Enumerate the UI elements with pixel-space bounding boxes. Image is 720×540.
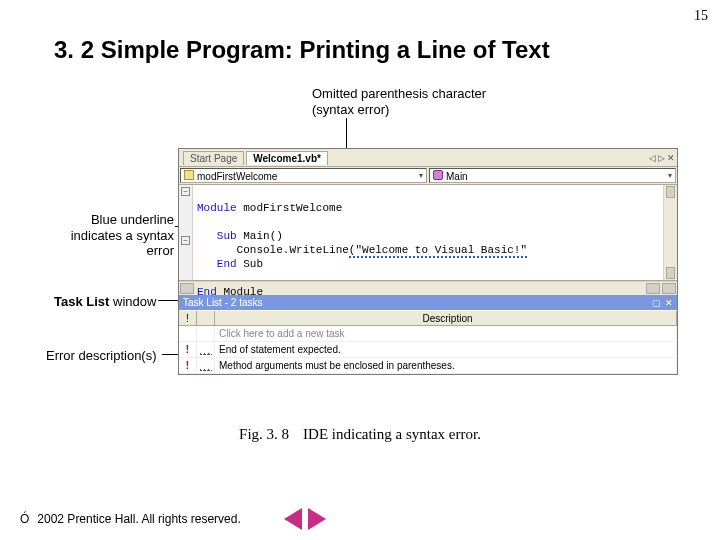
chevron-down-icon: ▾ [668, 171, 672, 180]
annotation-omitted-paren: Omitted parenthesis character (syntax er… [312, 86, 512, 117]
copyright-icon: Ó [20, 512, 29, 526]
page-title: 3. 2 Simple Program: Printing a Line of … [54, 36, 550, 64]
tab-close-icon[interactable]: ✕ [667, 153, 675, 163]
tasklist-close-icon[interactable]: ✕ [665, 298, 673, 308]
scroll-corner [662, 283, 676, 294]
outline-collapse-icon[interactable]: − [181, 236, 190, 245]
object-combo[interactable]: modFirstWelcome ▾ [180, 168, 427, 183]
outline-collapse-icon[interactable]: − [181, 187, 190, 196]
tab-scroll-right-icon[interactable]: ▷ [658, 153, 665, 163]
tab-start-page[interactable]: Start Page [183, 151, 244, 165]
tab-scroll-left-icon[interactable]: ◁ [649, 153, 656, 163]
prev-slide-button[interactable] [284, 508, 302, 530]
annotation-blue-underline: Blue underline indicates a syntax error [64, 212, 174, 259]
footer-copyright: Ó 2002 Prentice Hall. All rights reserve… [20, 512, 241, 526]
module-icon [184, 170, 194, 180]
figure-caption: Fig. 3. 8IDE indicating a syntax error. [0, 426, 720, 443]
syntax-wave-icon [200, 361, 212, 371]
priority-icon: ! [186, 360, 189, 371]
syntax-wave-icon [200, 345, 212, 355]
tasklist-col-description[interactable]: Description [215, 311, 677, 325]
document-tab-bar: Start Page Welcome1.vb* ◁ ▷ ✕ [179, 149, 677, 167]
tasklist-col-check[interactable] [197, 311, 215, 325]
slide-nav [284, 508, 326, 530]
tasklist-error-row[interactable]: ! End of statement expected. [179, 342, 677, 358]
method-combo[interactable]: Main ▾ [429, 168, 676, 183]
code-editor[interactable]: − − Module modFirstWelcome Sub Main() Co… [179, 185, 677, 281]
vertical-scrollbar[interactable] [663, 185, 677, 280]
scroll-left-button[interactable] [180, 283, 194, 294]
code-object-bar: modFirstWelcome ▾ Main ▾ [179, 167, 677, 185]
tasklist-new-task-row[interactable]: Click here to add a new task [179, 326, 677, 342]
tab-welcome1-vb[interactable]: Welcome1.vb* [246, 151, 328, 165]
ide-window: Start Page Welcome1.vb* ◁ ▷ ✕ modFirstWe… [178, 148, 678, 375]
method-icon [433, 170, 443, 180]
outline-gutter: − − [179, 185, 193, 280]
page-number: 15 [694, 8, 708, 24]
tasklist-body: Click here to add a new task ! End of st… [179, 326, 677, 374]
tasklist-header: ! Description [179, 310, 677, 326]
chevron-down-icon: ▾ [419, 171, 423, 180]
arrow-tasklist-line [158, 300, 178, 301]
next-slide-button[interactable] [308, 508, 326, 530]
tasklist-error-row[interactable]: ! Method arguments must be enclosed in p… [179, 358, 677, 374]
code-text[interactable]: Module modFirstWelcome Sub Main() Consol… [193, 185, 663, 280]
annotation-tasklist: Task List window [54, 294, 156, 310]
syntax-error-underline: ("Welcome to Visual Basic!" [349, 244, 527, 258]
tasklist-col-priority[interactable]: ! [179, 311, 197, 325]
priority-icon: ! [186, 344, 189, 355]
scroll-right-button[interactable] [646, 283, 660, 294]
annotation-error-desc: Error description(s) [46, 348, 157, 364]
tasklist-pin-icon[interactable]: ▢ [652, 298, 661, 308]
